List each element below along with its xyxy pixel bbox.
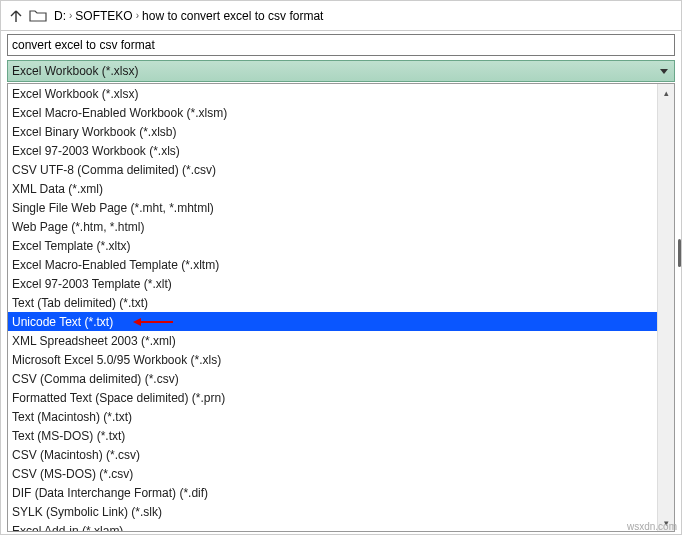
file-type-option[interactable]: CSV UTF-8 (Comma delimited) (*.csv) [8,160,657,179]
file-type-selector-label: Excel Workbook (*.xlsx) [12,64,138,78]
file-type-option[interactable]: Excel Template (*.xltx) [8,236,657,255]
file-type-option[interactable]: XML Data (*.xml) [8,179,657,198]
file-type-option[interactable]: Excel Workbook (*.xlsx) [8,84,657,103]
file-type-option[interactable]: XML Spreadsheet 2003 (*.xml) [8,331,657,350]
scrollbar[interactable]: ▴ ▾ [657,84,674,531]
file-type-selector[interactable]: Excel Workbook (*.xlsx) [7,60,675,82]
search-input[interactable] [12,38,670,52]
file-type-option[interactable]: Excel 97-2003 Template (*.xlt) [8,274,657,293]
file-type-option[interactable]: Text (MS-DOS) (*.txt) [8,426,657,445]
annotation-arrow-icon [133,317,173,327]
watermark: wsxdn.com [627,521,677,532]
file-type-option[interactable]: Web Page (*.htm, *.html) [8,217,657,236]
file-type-option[interactable]: Excel Macro-Enabled Template (*.xltm) [8,255,657,274]
file-type-option[interactable]: Excel Macro-Enabled Workbook (*.xlsm) [8,103,657,122]
file-type-option[interactable]: Excel Binary Workbook (*.xlsb) [8,122,657,141]
file-type-option[interactable]: Microsoft Excel 5.0/95 Workbook (*.xls) [8,350,657,369]
file-type-option[interactable]: Formatted Text (Space delimited) (*.prn) [8,388,657,407]
folder-icon [29,8,47,24]
file-type-option[interactable]: CSV (Comma delimited) (*.csv) [8,369,657,388]
file-type-option[interactable]: Unicode Text (*.txt) [8,312,657,331]
search-bar[interactable] [7,34,675,56]
svg-marker-1 [133,318,141,326]
breadcrumb: D:›SOFTEKO›how to convert excel to csv f… [51,7,326,25]
file-type-option[interactable]: DIF (Data Interchange Format) (*.dif) [8,483,657,502]
up-arrow-button[interactable] [7,7,25,25]
dropdown-list[interactable]: Excel Workbook (*.xlsx)Excel Macro-Enabl… [8,84,657,531]
scroll-up-button[interactable]: ▴ [658,84,674,101]
breadcrumb-segment[interactable]: SOFTEKO [72,7,135,25]
breadcrumb-bar: D:›SOFTEKO›how to convert excel to csv f… [1,1,681,31]
breadcrumb-label: D: [54,9,66,23]
file-type-option[interactable]: SYLK (Symbolic Link) (*.slk) [8,502,657,521]
breadcrumb-label: SOFTEKO [75,9,132,23]
file-type-option[interactable]: CSV (Macintosh) (*.csv) [8,445,657,464]
breadcrumb-segment[interactable]: D: [51,7,69,25]
file-type-dropdown: Excel Workbook (*.xlsx)Excel Macro-Enabl… [7,83,675,532]
chevron-down-icon [660,69,668,74]
scroll-thumb-area[interactable] [658,101,674,514]
scroll-indicator [678,239,681,267]
file-type-option[interactable]: Text (Tab delimited) (*.txt) [8,293,657,312]
file-type-option[interactable]: Text (Macintosh) (*.txt) [8,407,657,426]
breadcrumb-label: how to convert excel to csv format [142,9,323,23]
file-type-option[interactable]: Excel 97-2003 Workbook (*.xls) [8,141,657,160]
file-type-option[interactable]: Excel Add-in (*.xlam) [8,521,657,531]
file-type-option[interactable]: Single File Web Page (*.mht, *.mhtml) [8,198,657,217]
file-type-option[interactable]: CSV (MS-DOS) (*.csv) [8,464,657,483]
breadcrumb-segment[interactable]: how to convert excel to csv format [139,7,326,25]
